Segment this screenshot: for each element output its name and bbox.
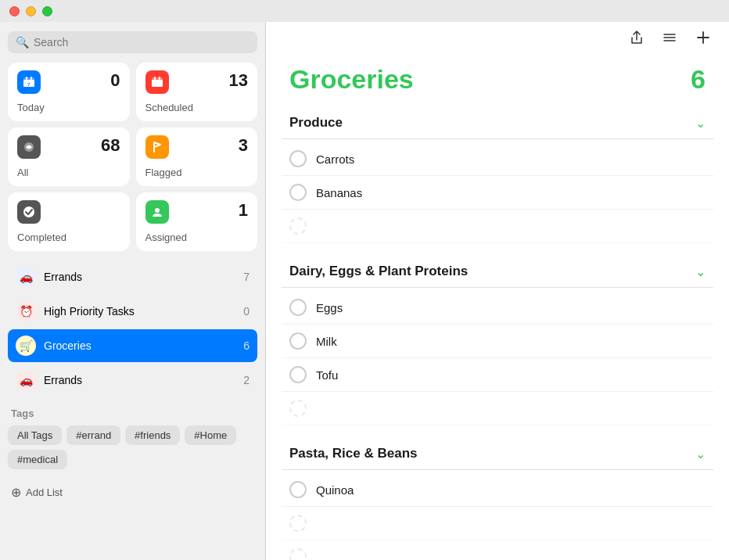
groceries-label: Groceries <box>44 339 235 352</box>
list-title: Groceries <box>289 64 414 95</box>
add-task-button[interactable] <box>693 27 713 52</box>
section-pasta-title: Pasta, Rice & Beans <box>289 446 417 461</box>
assigned-icon <box>145 200 169 224</box>
fullscreen-button[interactable] <box>42 6 52 16</box>
today-icon: 7 <box>17 70 41 94</box>
task-name-carrots: Carrots <box>316 153 354 166</box>
svg-rect-3 <box>31 77 32 80</box>
search-icon: 🔍 <box>16 36 29 48</box>
list-header: Groceries 6 <box>266 56 729 107</box>
plus-icon: ⊕ <box>11 485 21 500</box>
assigned-label: Assigned <box>145 232 249 243</box>
smart-list-assigned[interactable]: 1 Assigned <box>136 192 258 251</box>
task-circle-quinoa[interactable] <box>289 481 307 498</box>
section-dairy-chevron: ⌄ <box>695 264 706 279</box>
section-dairy-title: Dairy, Eggs & Plant Proteins <box>289 264 468 279</box>
task-tofu: Tofu <box>282 358 713 392</box>
task-produce-empty <box>282 210 713 243</box>
list-item-errands1[interactable]: 🚗 Errands 7 <box>8 260 257 293</box>
task-circle-pasta-empty1[interactable] <box>289 515 307 532</box>
smart-list-flagged[interactable]: 3 Flagged <box>136 127 258 186</box>
task-bananas: Bananas <box>282 176 713 210</box>
errands2-count: 2 <box>243 374 250 386</box>
section-produce: Produce ⌄ Carrots Bananas <box>282 107 713 243</box>
tag-friends[interactable]: #friends <box>125 425 180 445</box>
svg-rect-6 <box>152 80 163 87</box>
smart-list-scheduled[interactable]: 13 Scheduled <box>136 63 258 121</box>
errands1-label: Errands <box>44 271 235 283</box>
assigned-count: 1 <box>239 200 248 221</box>
tag-errand[interactable]: #errand <box>66 425 120 445</box>
flagged-count: 3 <box>239 135 248 156</box>
task-eggs: Eggs <box>282 291 713 325</box>
task-circle-pasta-empty2[interactable] <box>289 548 307 560</box>
tags-grid: All Tags #errand #friends #Home #medical <box>8 425 257 469</box>
highpriority-count: 0 <box>243 305 250 318</box>
share-button[interactable] <box>627 28 646 51</box>
task-pasta-empty2 <box>282 540 713 560</box>
task-carrots: Carrots <box>282 142 713 176</box>
task-circle-milk[interactable] <box>289 332 307 350</box>
add-list-label: Add List <box>26 486 63 498</box>
task-pasta-empty1 <box>282 507 713 540</box>
all-count: 68 <box>101 135 120 156</box>
list-item-highpriority[interactable]: ⏰ High Priority Tasks 0 <box>8 295 257 328</box>
svg-rect-2 <box>26 77 27 80</box>
task-circle-carrots[interactable] <box>289 150 307 167</box>
svg-rect-8 <box>159 77 160 80</box>
section-produce-header[interactable]: Produce ⌄ <box>282 107 713 139</box>
list-options-button[interactable] <box>660 28 679 51</box>
errands2-label: Errands <box>44 374 235 386</box>
section-pasta-header[interactable]: Pasta, Rice & Beans ⌄ <box>282 438 713 470</box>
errands1-count: 7 <box>243 271 250 283</box>
section-dairy-header[interactable]: Dairy, Eggs & Plant Proteins ⌄ <box>282 256 713 288</box>
task-circle-dairy-empty[interactable] <box>289 400 307 417</box>
sidebar: 🔍 7 0 Today <box>0 22 266 560</box>
task-circle-eggs[interactable] <box>289 299 307 316</box>
smart-list-completed[interactable]: Completed <box>8 192 130 251</box>
all-icon <box>17 135 41 159</box>
task-name-milk: Milk <box>316 335 337 348</box>
tag-medical[interactable]: #medical <box>8 450 67 469</box>
close-button[interactable] <box>9 6 20 16</box>
tag-home[interactable]: #Home <box>185 425 236 445</box>
tasks-scroll[interactable]: Produce ⌄ Carrots Bananas Dairy, <box>266 107 729 560</box>
minimize-button[interactable] <box>26 6 36 16</box>
task-circle-produce-empty[interactable] <box>289 217 307 235</box>
smart-list-all[interactable]: 68 All <box>8 127 130 186</box>
toolbar <box>266 22 729 56</box>
errands1-icon: 🚗 <box>16 267 36 287</box>
scheduled-count: 13 <box>229 70 248 91</box>
tag-all-tags[interactable]: All Tags <box>8 425 62 445</box>
list-item-groceries[interactable]: 🛒 Groceries 6 <box>8 329 257 362</box>
search-bar[interactable]: 🔍 <box>8 31 257 53</box>
completed-icon <box>17 200 41 224</box>
list-item-errands2[interactable]: 🚗 Errands 2 <box>8 364 257 397</box>
task-quinoa: Quinoa <box>282 473 713 507</box>
add-list-button[interactable]: ⊕ Add List <box>8 479 257 506</box>
list-total: 6 <box>691 64 706 95</box>
search-input[interactable] <box>34 36 250 48</box>
smart-list-today[interactable]: 7 0 Today <box>8 63 130 121</box>
today-label: Today <box>17 102 120 113</box>
tags-section: Tags All Tags #errand #friends #Home #me… <box>8 407 257 469</box>
task-name-eggs: Eggs <box>316 301 343 314</box>
completed-label: Completed <box>17 232 120 243</box>
section-pasta-chevron: ⌄ <box>695 447 706 461</box>
lists-section: 🚗 Errands 7 ⏰ High Priority Tasks 0 🛒 Gr… <box>8 260 257 397</box>
app-body: 🔍 7 0 Today <box>0 22 729 560</box>
flagged-label: Flagged <box>145 167 249 178</box>
smart-lists-grid: 7 0 Today 13 Scheduled <box>8 63 257 251</box>
main-content: Groceries 6 Produce ⌄ Carrots Bananas <box>266 22 729 560</box>
highpriority-icon: ⏰ <box>16 301 36 321</box>
task-circle-bananas[interactable] <box>289 184 307 201</box>
task-circle-tofu[interactable] <box>289 366 307 383</box>
tags-heading: Tags <box>8 407 257 419</box>
groceries-count: 6 <box>243 339 250 352</box>
today-count: 0 <box>110 70 120 91</box>
svg-point-11 <box>155 208 160 213</box>
task-dairy-empty <box>282 392 713 425</box>
title-bar <box>0 0 729 22</box>
task-name-bananas: Bananas <box>316 186 362 199</box>
errands2-icon: 🚗 <box>16 370 36 390</box>
